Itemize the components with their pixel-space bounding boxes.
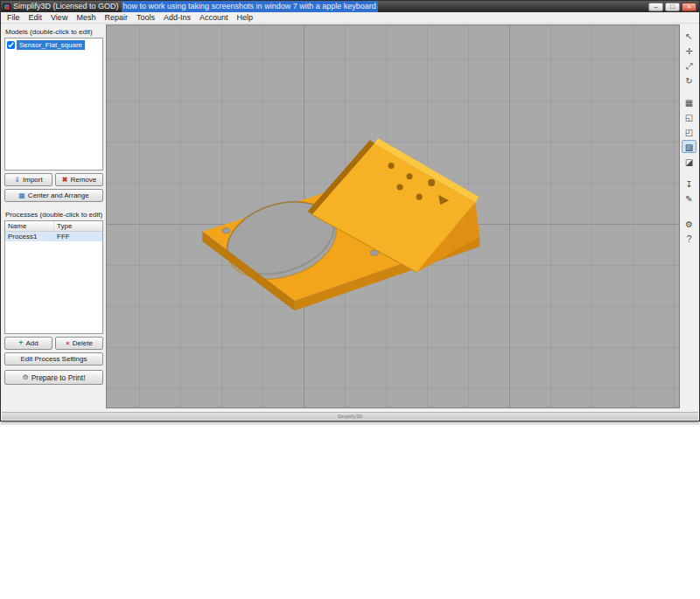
main-content: Models (double-click to edit) Sensor_Fla… [2,24,698,408]
menu-tools[interactable]: Tools [132,12,159,23]
maximize-button[interactable]: □ [665,3,680,11]
menu-view[interactable]: View [46,12,72,23]
translate-tool-icon[interactable]: ✛ [682,44,696,57]
process-type-cell: FFF [54,232,102,241]
menu-repair[interactable]: Repair [100,12,132,23]
app-window: Simplify3D (Licensed to GOD) how to work… [0,0,700,421]
menu-account[interactable]: Account [195,12,233,23]
center-and-arrange-button[interactable]: ▦ Center and Arrange [4,189,103,202]
model-visibility-checkbox[interactable] [7,41,15,49]
delete-process-button[interactable]: × Delete [55,337,103,350]
window-controls: – □ × [648,3,696,11]
view-iso-icon[interactable]: ▦ [682,95,696,108]
import-button[interactable]: ⇓ Import [4,173,52,186]
view-top-icon[interactable]: ◱ [682,110,696,123]
import-label: Import [23,176,43,184]
processes-table-header: Name Type [5,221,102,232]
paint-tool-icon[interactable]: ✎ [682,192,696,205]
minimize-button[interactable]: – [648,3,663,11]
menu-help[interactable]: Help [233,12,258,23]
rotate-tool-icon[interactable]: ↻ [682,73,696,87]
delete-label: Delete [73,339,93,347]
help-icon[interactable]: ? [682,232,696,245]
center-arrange-label: Center and Arrange [28,192,89,199]
model-buttons-row: ⇓ Import ✖ Remove [4,173,103,186]
scale-tool-icon[interactable]: ⤢ [682,59,696,72]
title-bar[interactable]: Simplify3D (Licensed to GOD) how to work… [1,1,699,12]
prepare-to-print-button[interactable]: ⚙ Prepare to Print! [4,370,103,385]
processes-table[interactable]: Name Type Process1 FFF [4,220,103,334]
models-list[interactable]: Sensor_Flat_square [4,38,103,171]
window-title: Simplify3D (Licensed to GOD) [13,1,119,12]
delete-icon: × [66,340,70,347]
prepare-label: Prepare to Print! [32,373,86,382]
model-name-label[interactable]: Sensor_Flat_square [17,40,85,50]
edit-process-settings-button[interactable]: Edit Process Settings [4,352,103,366]
place-surface-icon[interactable]: ↧ [682,177,696,190]
close-button[interactable]: × [682,3,696,11]
remove-icon: ✖ [62,177,68,184]
viewport-3d[interactable] [106,24,680,408]
process-name-cell: Process1 [5,232,54,241]
models-panel-label: Models (double-click to edit) [5,28,103,36]
menu-file[interactable]: File [3,12,24,23]
view-front-icon[interactable]: ◰ [682,125,696,138]
remove-label: Remove [70,176,96,184]
column-header-type[interactable]: Type [54,221,102,231]
add-label: Add [26,339,38,347]
remove-button[interactable]: ✖ Remove [55,173,103,186]
model-list-item[interactable]: Sensor_Flat_square [6,39,102,51]
column-header-name[interactable]: Name [5,221,54,231]
edit-process-label: Edit Process Settings [20,355,87,363]
settings-gear-icon[interactable]: ⚙ [682,217,696,230]
app-icon [4,3,10,10]
add-icon: + [18,339,23,347]
cursor-tool-icon[interactable]: ↖ [682,29,696,42]
title-selected-text: how to work using taking screenshots in … [122,1,378,12]
tool-column: ↖ ✛ ⤢ ↻ ▦ ◱ ◰ ▨ ◪ ↧ ✎ ⚙ ? [680,24,698,408]
sidebar: Models (double-click to edit) Sensor_Fla… [2,24,106,408]
menu-edit[interactable]: Edit [24,12,47,23]
import-icon: ⇓ [14,177,20,184]
model-sensor-flat-square[interactable] [107,25,679,407]
processes-panel-label: Processes (double-click to edit) [5,211,103,219]
support-tool-icon[interactable]: ▨ [682,140,696,153]
process-buttons-row: + Add × Delete [4,337,103,350]
status-bar: Simplify3D [2,412,698,420]
menu-addins[interactable]: Add-Ins [159,12,195,23]
menu-mesh[interactable]: Mesh [72,12,100,23]
process-row[interactable]: Process1 FFF [5,232,102,241]
menu-bar: File Edit View Mesh Repair Tools Add-Ins… [1,12,699,24]
center-arrange-icon: ▦ [18,192,25,199]
prepare-icon: ⚙ [22,374,28,381]
add-process-button[interactable]: + Add [4,337,52,350]
cross-section-icon[interactable]: ◪ [682,155,696,168]
